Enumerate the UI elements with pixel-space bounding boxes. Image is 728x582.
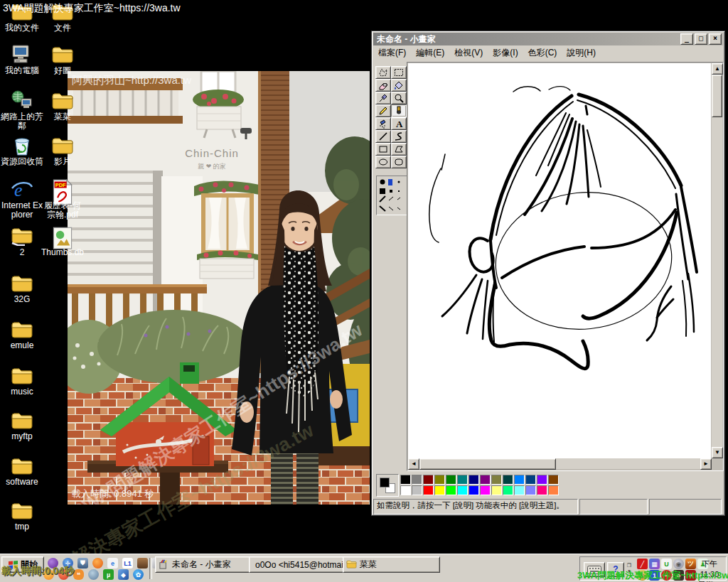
palette-color[interactable] [503, 475, 513, 485]
utorrent-icon[interactable]: µ [103, 569, 114, 580]
tool-ellipse[interactable] [375, 156, 391, 168]
firefox-icon[interactable] [92, 558, 103, 568]
minimize-button[interactable]: _ [680, 33, 693, 45]
palette-color[interactable] [423, 475, 434, 485]
desktop-icon-computer[interactable]: 我的電腦 [0, 44, 44, 75]
palette-color[interactable] [480, 475, 491, 485]
current-colors[interactable] [376, 474, 399, 497]
taskbar-button-folder[interactable]: 菜菜 [343, 556, 440, 573]
tool-eraser[interactable] [375, 79, 391, 92]
scroll-up-icon[interactable]: ▲ [712, 63, 723, 75]
palette-color[interactable] [457, 475, 468, 485]
maximize-button[interactable]: □ [695, 33, 707, 45]
tool-pencil[interactable] [375, 104, 391, 117]
desktop-icon-label: 我的文件 [0, 23, 44, 33]
tool-free-form-select[interactable] [375, 66, 391, 79]
desktop-icon-recycle[interactable]: 資源回收筒 [0, 135, 44, 166]
puzzle-icon[interactable]: ▦ [649, 559, 660, 569]
messenger-icon[interactable]: ✿ [133, 569, 144, 580]
shield-icon[interactable]: ⛊ [77, 558, 88, 568]
tool-rectangle[interactable] [375, 143, 391, 156]
internet-explorer-icon[interactable]: e [107, 558, 118, 568]
hscroll-thumb[interactable] [419, 458, 556, 470]
palette-color[interactable] [548, 475, 559, 485]
canvas-hscrollbar[interactable]: ◄ ► [408, 458, 712, 469]
palette-color[interactable] [480, 485, 491, 495]
palette-color[interactable] [412, 475, 422, 485]
u-green-icon[interactable]: U [661, 559, 672, 569]
palette-color[interactable] [400, 485, 411, 495]
palette-color[interactable] [469, 485, 479, 495]
scroll-left-icon[interactable]: ◄ [408, 458, 419, 470]
tool-airbrush[interactable] [375, 117, 391, 130]
palette-color[interactable] [514, 485, 525, 495]
taskbar-button-messenger[interactable]: o0Oo <hi5415@hotmail.c... [249, 556, 346, 573]
menu-說明[interactable]: 說明(H) [562, 45, 601, 60]
desktop-icon-folder-share[interactable]: 2 [0, 226, 44, 257]
tool-fill-with-color[interactable] [391, 79, 407, 92]
menu-檔案[interactable]: 檔案(F) [373, 45, 411, 60]
palette-color[interactable] [525, 475, 536, 485]
palette-color[interactable] [537, 475, 547, 485]
tool-magnifier[interactable] [391, 92, 407, 104]
palette-color[interactable] [446, 475, 456, 485]
desktop-icon-folder[interactable]: 32G [0, 273, 44, 304]
palette-color[interactable] [469, 475, 479, 485]
globe-icon[interactable] [88, 569, 99, 580]
cube-icon[interactable]: ◆ [118, 569, 129, 580]
brush-size-options[interactable] [376, 176, 407, 215]
desktop-icon-folder[interactable]: 菜菜 [41, 90, 85, 122]
palette-color[interactable] [446, 485, 456, 495]
tool-brush[interactable] [391, 104, 407, 117]
tool-line[interactable] [375, 130, 391, 143]
palette-color[interactable] [503, 485, 513, 495]
menu-影像[interactable]: 影像(I) [488, 45, 523, 60]
desktop-icon-folder[interactable]: emule [0, 319, 44, 350]
canvas-vscrollbar[interactable]: ▲ ▼ [712, 63, 722, 458]
taskbar-button-paint[interactable]: 未命名 - 小畫家 [155, 556, 252, 573]
scroll-right-icon[interactable]: ► [700, 458, 712, 470]
scroll-down-icon[interactable]: ▼ [712, 447, 723, 458]
palette-color[interactable] [548, 485, 559, 495]
palette-color[interactable] [434, 485, 445, 495]
tool-curve[interactable] [391, 130, 407, 143]
desktop-icon-folder[interactable]: 好圖 [41, 44, 85, 75]
desktop-icon-folder[interactable]: myftp [0, 410, 44, 441]
palette-color[interactable] [434, 475, 445, 485]
palette-color[interactable] [412, 485, 422, 495]
paint-canvas[interactable] [408, 63, 711, 458]
desktop-icon-folder[interactable]: software [0, 456, 44, 487]
desktop-icon-folder[interactable]: tmp [0, 500, 44, 532]
tool-pick-color[interactable] [375, 92, 391, 104]
tool-polygon[interactable] [391, 143, 407, 156]
palette-color[interactable] [400, 475, 411, 485]
paint-menu-bar: 檔案(F)編輯(E)檢視(V)影像(I)色彩(C)說明(H) [373, 46, 723, 60]
vscroll-thumb[interactable] [712, 75, 722, 117]
close-button[interactable]: × [709, 33, 722, 45]
palette-color[interactable] [491, 485, 502, 495]
desktop-icon-folder[interactable]: 影片 [41, 135, 85, 166]
desktop-icon-network[interactable]: 網路上的芳鄰 [0, 90, 44, 131]
speaker-icon[interactable]: ◉ [673, 559, 684, 569]
l1-app-icon[interactable]: L1 [122, 558, 133, 568]
menu-色彩[interactable]: 色彩(C) [523, 45, 562, 60]
tool-rounded-rectangle[interactable] [391, 156, 407, 168]
desktop-icon-folder[interactable]: music [0, 365, 44, 397]
chat-bubble-icon[interactable]: ❝ [73, 569, 84, 580]
menu-檢視[interactable]: 檢視(V) [449, 45, 488, 60]
tool-select[interactable] [391, 66, 407, 79]
palette-color[interactable] [514, 475, 525, 485]
palette-color[interactable] [537, 485, 547, 495]
desktop-icon-pdf[interactable]: PDF履歷表-何宗翰.pdf [41, 179, 85, 220]
palette-color[interactable] [457, 485, 468, 495]
menu-編輯[interactable]: 編輯(E) [411, 45, 449, 60]
photo-app-icon[interactable] [137, 558, 148, 568]
antivirus-red-icon[interactable]: ╱ [637, 559, 648, 569]
palette-color[interactable] [423, 485, 434, 495]
palette-color[interactable] [491, 475, 502, 485]
desktop-icon-thumbs[interactable]: Thumbs.db [41, 226, 85, 257]
desktop-icon-ie[interactable]: eInternet Explorer [0, 179, 44, 220]
palette-color[interactable] [525, 485, 536, 495]
tool-text[interactable]: A [391, 117, 407, 130]
paint-title-bar[interactable]: 未命名 - 小畫家 _ □ × [373, 33, 723, 45]
